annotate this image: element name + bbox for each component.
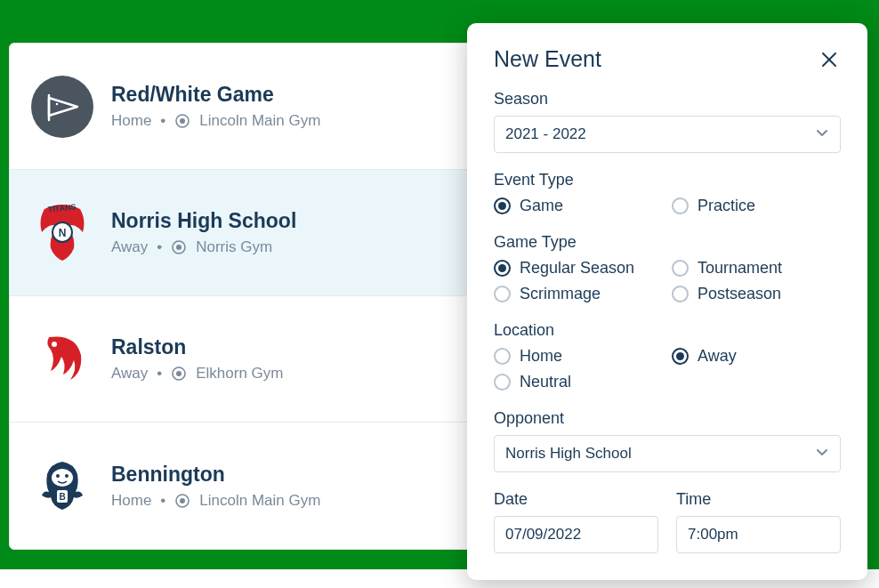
- svg-point-14: [56, 474, 60, 478]
- opponent-select[interactable]: Norris High School: [494, 435, 841, 472]
- event-type-field: Event Type Game Practice: [494, 171, 841, 215]
- event-meta: Away • Norris Gym: [111, 238, 461, 256]
- separator-dot: •: [160, 492, 165, 510]
- home-away-label: Home: [111, 112, 151, 130]
- radio-label: Postseason: [698, 285, 781, 303]
- svg-point-9: [176, 245, 181, 250]
- team-name: Ralston: [111, 335, 461, 359]
- radio-postseason[interactable]: Postseason: [672, 285, 841, 303]
- svg-point-10: [52, 342, 57, 347]
- event-meta: Home • Lincoln Main Gym: [111, 492, 461, 510]
- event-type-label: Event Type: [494, 171, 841, 189]
- venue-icon: [171, 366, 187, 382]
- chevron-down-icon: [815, 445, 829, 463]
- svg-point-15: [65, 474, 69, 478]
- radio-away[interactable]: Away: [672, 347, 841, 366]
- event-meta: Away • Elkhorn Gym: [111, 365, 461, 383]
- time-label: Time: [676, 490, 841, 509]
- date-label: Date: [494, 490, 658, 509]
- radio-game[interactable]: Game: [494, 197, 663, 215]
- location-label: Location: [494, 321, 841, 340]
- separator-dot: •: [157, 238, 162, 256]
- team-info: Bennington Home • Lincoln Main Gym: [111, 463, 461, 510]
- venue-icon: [171, 239, 187, 255]
- season-value: 2021 - 2022: [505, 125, 586, 143]
- radio-label: Tournament: [698, 259, 782, 278]
- radio-icon: [494, 260, 511, 277]
- svg-point-13: [52, 469, 73, 487]
- svg-point-4: [180, 118, 185, 124]
- radio-tournament[interactable]: Tournament: [672, 259, 841, 278]
- new-event-modal: New Event Season 2021 - 2022 Event Type …: [467, 23, 867, 580]
- radio-label: Scrimmage: [520, 285, 601, 303]
- time-value: 7:00pm: [688, 526, 738, 544]
- date-input[interactable]: 07/09/2022: [494, 516, 658, 553]
- svg-text:N: N: [59, 227, 67, 239]
- location-field: Location Home Away Neutral: [494, 321, 841, 391]
- date-value: 07/09/2022: [505, 526, 581, 544]
- date-time-row: Date 07/09/2022 Time 7:00pm: [494, 490, 841, 553]
- radio-icon: [494, 197, 511, 214]
- location-options: Home Away Neutral: [494, 347, 841, 391]
- svg-point-19: [180, 498, 185, 503]
- svg-text:B: B: [59, 492, 65, 502]
- radio-label: Neutral: [520, 373, 571, 391]
- game-type-label: Game Type: [494, 233, 841, 252]
- team-name: Norris High School: [111, 209, 461, 233]
- radio-icon: [494, 348, 511, 365]
- separator-dot: •: [157, 365, 162, 383]
- game-type-options: Regular Season Tournament Scrimmage Post…: [494, 259, 841, 303]
- separator-dot: •: [160, 112, 165, 130]
- game-type-field: Game Type Regular Season Tournament Scri…: [494, 233, 841, 303]
- close-button[interactable]: [818, 48, 841, 71]
- radio-icon: [672, 348, 689, 365]
- svg-point-2: [56, 102, 59, 105]
- team-info: Norris High School Away • Norris Gym: [111, 209, 461, 256]
- svg-point-12: [176, 371, 181, 376]
- time-input[interactable]: 7:00pm: [676, 516, 841, 553]
- svg-point-0: [31, 76, 93, 138]
- event-meta: Home • Lincoln Main Gym: [111, 112, 461, 130]
- radio-neutral[interactable]: Neutral: [494, 373, 663, 391]
- season-label: Season: [494, 90, 841, 109]
- radio-label: Practice: [698, 197, 755, 215]
- venue-icon: [174, 113, 190, 129]
- team-logo-ralston: [31, 328, 93, 391]
- radio-icon: [672, 260, 689, 277]
- team-name: Bennington: [111, 463, 461, 487]
- home-away-label: Away: [111, 365, 148, 383]
- team-logo-norris: N TITANS: [31, 202, 93, 264]
- season-field: Season 2021 - 2022: [494, 90, 841, 153]
- radio-regular-season[interactable]: Regular Season: [494, 259, 663, 278]
- opponent-field: Opponent Norris High School: [494, 409, 841, 472]
- team-logo-pennant: [31, 76, 93, 138]
- radio-practice[interactable]: Practice: [672, 197, 841, 215]
- radio-icon: [494, 286, 511, 302]
- radio-icon: [494, 374, 511, 391]
- venue-label: Lincoln Main Gym: [199, 112, 320, 130]
- home-away-label: Away: [111, 238, 148, 256]
- radio-label: Regular Season: [520, 259, 634, 278]
- modal-title: New Event: [494, 46, 601, 72]
- opponent-label: Opponent: [494, 409, 841, 428]
- opponent-value: Norris High School: [505, 445, 632, 463]
- venue-icon: [174, 493, 190, 509]
- home-away-label: Home: [111, 492, 151, 510]
- event-type-options: Game Practice: [494, 197, 841, 215]
- radio-home[interactable]: Home: [494, 347, 663, 366]
- radio-label: Away: [698, 347, 737, 366]
- team-info: Ralston Away • Elkhorn Gym: [111, 335, 461, 383]
- venue-label: Lincoln Main Gym: [199, 492, 320, 510]
- time-field: Time 7:00pm: [676, 490, 841, 553]
- team-name: Red/White Game: [111, 83, 461, 107]
- radio-label: Home: [520, 347, 562, 366]
- season-select[interactable]: 2021 - 2022: [494, 116, 841, 153]
- chevron-down-icon: [815, 125, 829, 144]
- team-logo-bennington: B: [31, 455, 93, 517]
- venue-label: Elkhorn Gym: [196, 365, 283, 383]
- team-info: Red/White Game Home • Lincoln Main Gym: [111, 83, 461, 130]
- radio-scrimmage[interactable]: Scrimmage: [494, 285, 663, 303]
- radio-icon: [672, 286, 689, 302]
- radio-icon: [672, 197, 689, 214]
- radio-label: Game: [520, 197, 563, 215]
